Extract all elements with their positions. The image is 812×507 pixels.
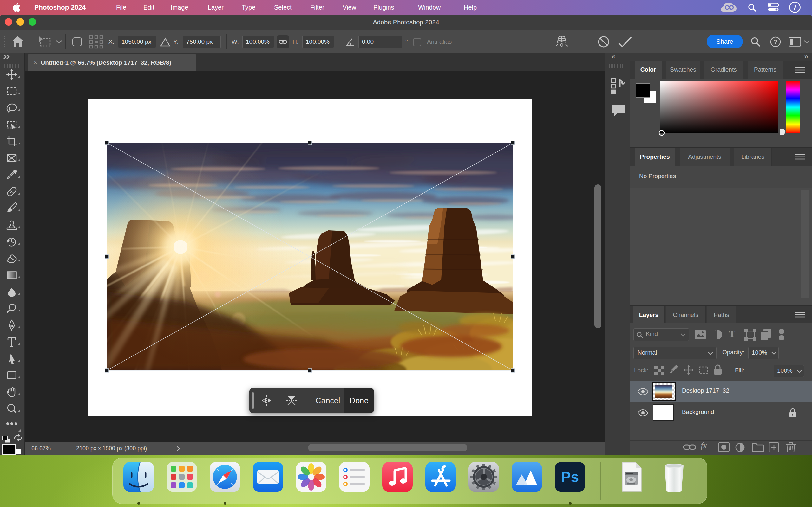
svg-text:?: ? [774, 38, 777, 45]
svg-text:Ps: Ps [561, 469, 579, 485]
